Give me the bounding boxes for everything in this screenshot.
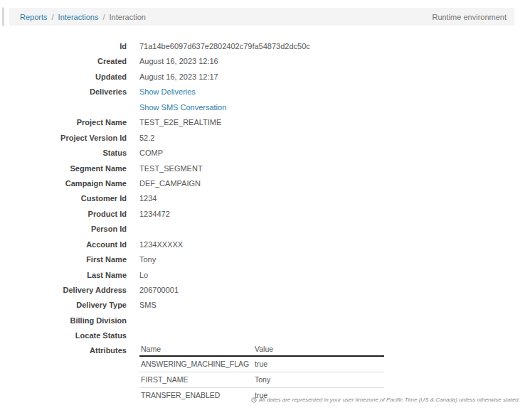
field-label bbox=[0, 100, 127, 115]
field-value: 1234472 bbox=[139, 207, 170, 222]
field-value: Lo bbox=[139, 268, 148, 283]
field-value: TEST_SEGMENT bbox=[139, 161, 203, 176]
runtime-environment-label: Runtime environment bbox=[432, 13, 507, 21]
field-row-attributes: Attributes Name Value ANSWERING_MACHINE_… bbox=[0, 344, 525, 403]
field-label: Delivery Address bbox=[0, 283, 127, 298]
field-value: COMP bbox=[139, 146, 163, 161]
field-row-campaign-name: Campaign Name DEF_CAMPAIGN bbox=[0, 176, 525, 191]
attributes-col-name: Name bbox=[139, 344, 253, 356]
attributes-table: Name Value ANSWERING_MACHINE_FLAG true F… bbox=[139, 344, 384, 403]
field-row-account-id: Account Id 1234XXXXX bbox=[0, 237, 525, 252]
field-label: Campaign Name bbox=[0, 176, 127, 191]
field-label: Account Id bbox=[0, 237, 127, 252]
field-row-locate-status: Locate Status bbox=[0, 328, 525, 343]
field-label: Id bbox=[0, 39, 127, 54]
field-row-created: Created August 16, 2023 12:16 bbox=[0, 54, 525, 69]
field-row-updated: Updated August 16, 2023 12:17 bbox=[0, 70, 525, 85]
field-value: 71a14be6097d637e2802402c79fa54873d2dc50c bbox=[139, 39, 310, 54]
field-row-segment-name: Segment Name TEST_SEGMENT bbox=[0, 161, 525, 176]
attribute-name: FIRST_NAME bbox=[139, 372, 253, 387]
field-value: 1234XXXXX bbox=[139, 237, 183, 252]
breadcrumb-reports[interactable]: Reports bbox=[20, 13, 48, 21]
field-row-deliveries: Deliveries Show Deliveries bbox=[0, 85, 525, 99]
field-label: Project Version Id bbox=[0, 131, 127, 146]
field-row-status: Status COMP bbox=[0, 146, 525, 161]
field-label: Project Name bbox=[0, 115, 127, 130]
field-row-delivery-type: Delivery Type SMS bbox=[0, 298, 525, 313]
field-value: Tony bbox=[139, 252, 156, 267]
field-label: Created bbox=[0, 54, 127, 69]
field-value: 1234 bbox=[139, 191, 157, 206]
scrollbar-fragment bbox=[2, 7, 4, 26]
table-row: FIRST_NAME Tony bbox=[139, 372, 384, 387]
field-row-project-name: Project Name TEST_E2E_REALTIME bbox=[0, 115, 525, 130]
field-row-last-name: Last Name Lo bbox=[0, 268, 525, 283]
attributes-col-value: Value bbox=[253, 344, 384, 356]
field-row-delivery-address: Delivery Address 206700001 bbox=[0, 283, 525, 298]
field-label: Delivery Type bbox=[0, 298, 127, 313]
field-row-customer-id: Customer Id 1234 bbox=[0, 191, 525, 206]
show-deliveries-link[interactable]: Show Deliveries bbox=[139, 85, 196, 99]
table-row: ANSWERING_MACHINE_FLAG true bbox=[139, 356, 384, 372]
attribute-value: true bbox=[253, 356, 384, 372]
field-value: August 16, 2023 12:16 bbox=[139, 54, 218, 69]
field-row-billing-division: Billing Division bbox=[0, 313, 525, 328]
clock-icon bbox=[251, 397, 257, 403]
field-label: Person Id bbox=[0, 222, 127, 237]
field-label: Locate Status bbox=[0, 328, 127, 343]
show-sms-conversation-link[interactable]: Show SMS Conversation bbox=[139, 100, 226, 115]
field-label: First Name bbox=[0, 252, 127, 267]
field-label: Customer Id bbox=[0, 191, 127, 206]
field-row-person-id: Person Id bbox=[0, 222, 525, 237]
timezone-note-text: All dates are represented in your user t… bbox=[259, 397, 520, 403]
attributes-header-row: Name Value bbox=[139, 344, 384, 356]
field-value: 206700001 bbox=[139, 283, 179, 298]
field-value: August 16, 2023 12:17 bbox=[139, 70, 218, 85]
field-label: Segment Name bbox=[0, 161, 127, 176]
breadcrumb-bar: Reports / Interactions / Interaction Run… bbox=[9, 8, 514, 26]
field-value: 52.2 bbox=[139, 131, 154, 146]
breadcrumb-interactions[interactable]: Interactions bbox=[58, 13, 99, 21]
field-value: SMS bbox=[139, 298, 157, 313]
field-value: TEST_E2E_REALTIME bbox=[139, 115, 221, 130]
field-label: Product Id bbox=[0, 207, 127, 222]
field-row-product-id: Product Id 1234472 bbox=[0, 207, 525, 222]
breadcrumb-separator: / bbox=[52, 13, 54, 21]
breadcrumb-separator: / bbox=[102, 13, 105, 21]
breadcrumb-current-interaction: Interaction bbox=[110, 13, 146, 21]
field-row-sms-conversation: Show SMS Conversation bbox=[0, 100, 525, 115]
field-label: Deliveries bbox=[0, 85, 127, 99]
field-label: Updated bbox=[0, 70, 127, 85]
attribute-name: TRANSFER_ENABLED bbox=[139, 387, 253, 403]
field-label: Attributes bbox=[0, 344, 127, 355]
field-row-first-name: First Name Tony bbox=[0, 252, 525, 267]
interaction-detail-form: Id 71a14be6097d637e2802402c79fa54873d2dc… bbox=[0, 39, 525, 403]
breadcrumb: Reports / Interactions / Interaction bbox=[20, 13, 146, 21]
field-row-project-version-id: Project Version Id 52.2 bbox=[0, 131, 525, 146]
field-label: Billing Division bbox=[0, 313, 127, 328]
timezone-note: All dates are represented in your user t… bbox=[251, 397, 520, 403]
field-label: Last Name bbox=[0, 268, 127, 283]
attribute-value: Tony bbox=[253, 372, 384, 387]
field-label: Status bbox=[0, 146, 127, 161]
attribute-name: ANSWERING_MACHINE_FLAG bbox=[139, 356, 253, 372]
field-value: DEF_CAMPAIGN bbox=[139, 176, 201, 191]
field-row-id: Id 71a14be6097d637e2802402c79fa54873d2dc… bbox=[0, 39, 525, 54]
